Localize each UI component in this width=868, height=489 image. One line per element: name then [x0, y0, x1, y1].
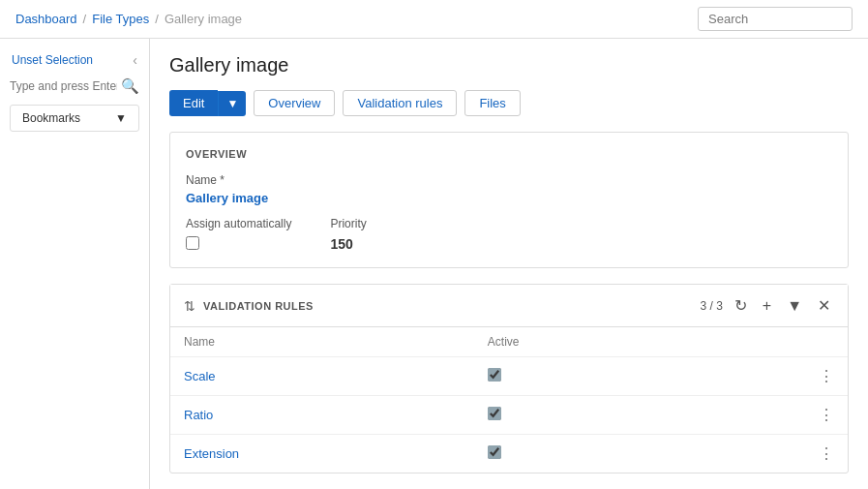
vr-active-checkbox[interactable]	[488, 368, 501, 382]
overview-tab[interactable]: Overview	[254, 90, 335, 116]
vr-row-active	[474, 435, 691, 474]
unset-selection-button[interactable]: Unset Selection ‹	[0, 48, 149, 72]
vr-close-button[interactable]: ✕	[814, 294, 834, 317]
col-active: Active	[474, 327, 691, 357]
search-input[interactable]	[698, 7, 853, 31]
vr-active-checkbox[interactable]	[488, 445, 501, 459]
sidebar-search-input[interactable]	[10, 79, 117, 93]
breadcrumb-dashboard[interactable]: Dashboard	[15, 12, 77, 26]
edit-button-group: Edit ▼	[169, 90, 246, 116]
table-row: Extension ⋮	[170, 435, 848, 474]
table-row: Ratio ⋮	[170, 396, 848, 435]
breadcrumb-current: Gallery image	[165, 12, 242, 26]
priority-label: Priority	[330, 217, 366, 230]
vr-row-menu[interactable]: ⋮	[691, 435, 848, 474]
collapse-icon: ‹	[133, 52, 137, 68]
main-content: Gallery image Edit ▼ Overview Validation…	[150, 39, 868, 489]
vr-row-menu[interactable]: ⋮	[691, 357, 848, 396]
sidebar-search-area: 🔍	[0, 72, 149, 101]
sidebar: Unset Selection ‹ 🔍 Bookmarks ▼	[0, 39, 150, 489]
edit-dropdown-button[interactable]: ▼	[218, 91, 246, 116]
assign-auto-group: Assign automatically	[186, 217, 291, 252]
chevron-down-icon: ▼	[115, 111, 127, 125]
edit-button[interactable]: Edit	[169, 90, 218, 116]
vr-section-label: VALIDATION RULES	[203, 300, 314, 312]
vr-actions: 3 / 3 ↻ + ▼ ✕	[700, 294, 834, 317]
priority-value: 150	[330, 236, 366, 252]
action-bar: Edit ▼ Overview Validation rules Files	[169, 90, 849, 116]
field-row: Assign automatically Priority 150	[186, 217, 832, 252]
vr-row-active	[474, 357, 691, 396]
validation-rules-tab[interactable]: Validation rules	[343, 90, 457, 116]
validation-rules-header: ⇅ VALIDATION RULES 3 / 3 ↻ + ▼ ✕	[170, 285, 848, 327]
name-field-value: Gallery image	[186, 191, 832, 205]
table-header-row: Name Active	[170, 327, 848, 357]
vr-row-name[interactable]: Ratio	[170, 396, 474, 435]
page-title: Gallery image	[169, 54, 849, 76]
assign-auto-checkbox-wrapper	[186, 236, 291, 250]
priority-group: Priority 150	[330, 217, 366, 252]
files-tab[interactable]: Files	[464, 90, 520, 116]
vr-add-button[interactable]: +	[759, 295, 775, 317]
overview-content: OVERVIEW Name * Gallery image Assign aut…	[170, 133, 848, 267]
vr-title-group: ⇅ VALIDATION RULES	[184, 298, 314, 314]
breadcrumb-file-types[interactable]: File Types	[92, 12, 149, 26]
layout: Unset Selection ‹ 🔍 Bookmarks ▼ Gallery …	[0, 39, 868, 489]
overview-section: OVERVIEW Name * Gallery image Assign aut…	[169, 132, 849, 268]
bookmarks-dropdown[interactable]: Bookmarks ▼	[10, 105, 139, 132]
validation-rules-table: Name Active Scale ⋮ Ratio ⋮ Extension	[170, 327, 848, 473]
assign-auto-label: Assign automatically	[186, 217, 291, 230]
name-field-label: Name *	[186, 173, 832, 187]
vr-count: 3 / 3	[700, 299, 722, 313]
vr-row-name[interactable]: Scale	[170, 357, 474, 396]
assign-auto-checkbox[interactable]	[186, 236, 199, 250]
breadcrumb: Dashboard / File Types / Gallery image	[15, 12, 242, 26]
vr-row-menu[interactable]: ⋮	[691, 396, 848, 435]
col-actions	[691, 327, 848, 357]
sidebar-search-icon[interactable]: 🔍	[121, 77, 139, 95]
vr-refresh-button[interactable]: ↻	[731, 294, 751, 317]
vr-more-button[interactable]: ▼	[783, 295, 806, 317]
col-name: Name	[170, 327, 474, 357]
overview-section-label: OVERVIEW	[186, 148, 832, 160]
top-bar: Dashboard / File Types / Gallery image	[0, 0, 868, 39]
vr-active-checkbox[interactable]	[488, 407, 501, 420]
vr-row-name[interactable]: Extension	[170, 435, 474, 474]
table-row: Scale ⋮	[170, 357, 848, 396]
sort-icon[interactable]: ⇅	[184, 298, 195, 314]
vr-row-active	[474, 396, 691, 435]
validation-rules-section: ⇅ VALIDATION RULES 3 / 3 ↻ + ▼ ✕ Name Ac…	[169, 284, 849, 474]
